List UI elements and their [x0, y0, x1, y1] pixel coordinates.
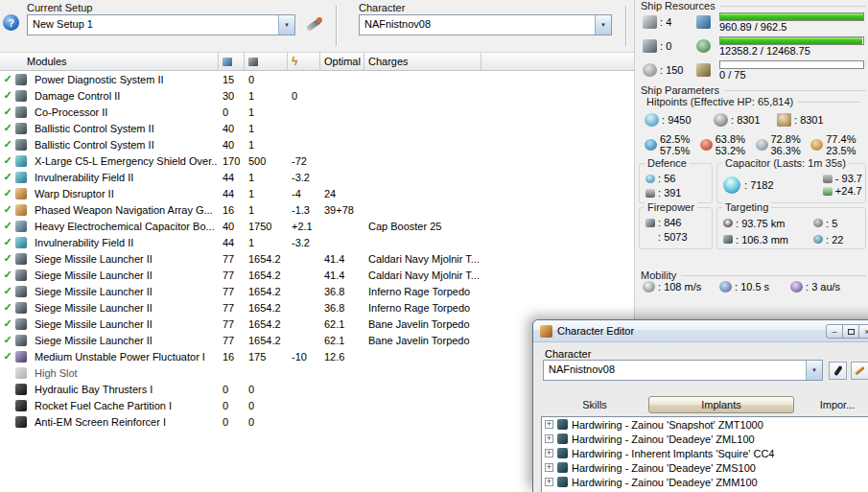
- thermal-damage-icon: [700, 139, 713, 151]
- module-cpu: 0: [218, 106, 244, 118]
- fitted-check-icon: ✓: [0, 187, 15, 199]
- implant-row[interactable]: + Hardwiring - Zainou 'Deadeye' ZMM100: [542, 475, 868, 489]
- module-cpu: 44: [218, 188, 244, 199]
- module-row[interactable]: ✓ Damage Control II 30 1 0: [0, 87, 634, 104]
- calibration-resource-row: 150 0 / 75: [643, 59, 864, 82]
- dps-icon: [645, 233, 655, 242]
- kinetic-armor-resist: 36.3%: [771, 145, 801, 156]
- kinetic-shield-resist: 72.8%: [771, 133, 801, 145]
- module-type-icon: [15, 237, 27, 248]
- module-row[interactable]: ✓ Siege Missile Launcher II 77 1654.2 36…: [0, 283, 634, 299]
- module-icon-cell: [15, 286, 29, 297]
- module-row[interactable]: ✓ Invulnerability Field II 44 1 -3.2: [0, 169, 634, 185]
- character-editor-tab[interactable]: Impor...: [794, 396, 868, 413]
- explosive-resist: 77.4%23.5%: [810, 133, 866, 156]
- character-editor-titlebar[interactable]: Character Editor: [533, 320, 868, 342]
- module-row[interactable]: ✓ Heavy Electrochemical Capacitor Bo... …: [0, 218, 634, 234]
- implant-row[interactable]: + Hardwiring - Zainou 'Deadeye' ZML100: [542, 432, 868, 446]
- module-optimal: 39+78: [319, 204, 364, 216]
- module-powergrid: 1654.2: [244, 253, 287, 265]
- syringe-button[interactable]: [829, 362, 847, 380]
- expand-plus-icon[interactable]: +: [545, 463, 553, 472]
- thermal-resist: 63.8%53.2%: [700, 133, 756, 156]
- module-cap-usage: -10: [287, 351, 319, 363]
- module-row[interactable]: ✓ Phased Weapon Navigation Array G... 16…: [0, 201, 634, 218]
- character-editor-tab[interactable]: Skills: [541, 396, 648, 413]
- module-optimal: 62.1: [319, 335, 364, 346]
- implant-name: Hardwiring - Zainou 'Deadeye' ZML100: [572, 433, 755, 445]
- em-shield-resist: 62.5%: [660, 133, 690, 145]
- module-name: Heavy Electrochemical Capacitor Bo...: [29, 221, 218, 232]
- module-row[interactable]: ✓ Siege Missile Launcher II 77 1654.2 36…: [0, 299, 634, 316]
- module-cap-usage: -3.2: [287, 172, 319, 183]
- kinetic-resist: 72.8%36.3%: [756, 133, 811, 156]
- module-row[interactable]: ✓ Co-Processor II 0 1: [0, 104, 634, 120]
- module-type-icon: [15, 318, 27, 330]
- implant-row[interactable]: + Hardwiring - Inherent Implants 'Squire…: [542, 446, 868, 460]
- sensor-strength-value: 22: [826, 234, 843, 246]
- fitted-check-icon: ✓: [0, 171, 15, 183]
- implant-row[interactable]: + Hardwiring - Zainou 'Snapshot' ZMT1000: [542, 417, 868, 432]
- powergrid-resource-row: 0 12358.2 / 12468.75: [643, 35, 864, 58]
- chevron-down-icon[interactable]: ▼: [595, 15, 611, 35]
- module-row[interactable]: ✓ Power Diagnostic System II 15 0: [0, 71, 634, 87]
- fitting-tools-button[interactable]: [302, 13, 327, 36]
- character-editor-combobox[interactable]: NAFnistnov08 ▼: [543, 360, 823, 381]
- cpu-bar-fill: [720, 13, 863, 20]
- module-row[interactable]: ✓ Siege Missile Launcher II 77 1654.2 41…: [0, 267, 634, 283]
- character-combobox[interactable]: NAFnistnov08 ▼: [359, 14, 612, 35]
- module-type-icon: [15, 367, 27, 379]
- module-row[interactable]: ✓ Invulnerability Field II 44 1 -3.2: [0, 234, 634, 250]
- shield-icon: [645, 113, 659, 127]
- module-powergrid: 1654.2: [244, 302, 287, 314]
- character-editor-tab[interactable]: Implants: [648, 396, 794, 413]
- module-powergrid: 1654.2: [244, 318, 287, 330]
- implant-chip-icon: [557, 433, 568, 444]
- maximize-button[interactable]: [842, 324, 859, 339]
- current-setup-label: Current Setup: [27, 2, 92, 13]
- edit-pen-button[interactable]: [851, 362, 868, 380]
- module-icon-cell: [15, 106, 29, 118]
- capacitor-column-header: ϟ: [287, 53, 319, 70]
- module-row[interactable]: ✓ X-Large C5-L Emergency Shield Over... …: [0, 152, 634, 169]
- chevron-down-icon[interactable]: ▼: [806, 361, 822, 380]
- chevron-down-icon[interactable]: ▼: [278, 15, 294, 35]
- setup-combobox[interactable]: New Setup 1 ▼: [27, 14, 295, 35]
- ship-parameters-title: Ship Parameters: [641, 84, 719, 96]
- module-type-icon: [15, 204, 27, 216]
- fitted-check-icon: ✓: [0, 285, 15, 297]
- character-editor-character-label: Character: [545, 348, 591, 360]
- module-row[interactable]: ✓ Ballistic Control System II 40 1: [0, 120, 634, 136]
- expand-plus-icon[interactable]: +: [545, 449, 553, 457]
- fitted-check-icon: ✓: [0, 301, 15, 314]
- module-powergrid: 175: [244, 351, 287, 363]
- minimize-button[interactable]: –: [826, 324, 843, 339]
- expand-plus-icon[interactable]: +: [545, 420, 553, 429]
- module-optimal: 62.1: [319, 318, 364, 330]
- implant-chip-icon: [557, 477, 568, 487]
- module-type-icon: [15, 400, 27, 411]
- hitpoints-row: 9450 8301 8301: [645, 109, 866, 130]
- fitted-check-icon: ✓: [0, 89, 15, 102]
- max-targets-icon: [813, 219, 823, 227]
- implant-row[interactable]: + Hardwiring - Zainou 'Deadeye' ZMS100: [542, 460, 868, 475]
- module-type-icon: [15, 172, 27, 183]
- module-type-icon: [15, 253, 27, 265]
- cap-drain-icon: [823, 175, 833, 183]
- close-button[interactable]: ×: [858, 324, 868, 339]
- armor-defence-icon: [645, 189, 655, 198]
- help-icon[interactable]: ?: [3, 14, 19, 31]
- expand-plus-icon[interactable]: +: [545, 434, 553, 443]
- hitpoints-header: Hitpoints (Effective HP: 65,814): [646, 96, 860, 107]
- expand-plus-icon[interactable]: +: [545, 478, 553, 486]
- module-cpu: 77: [218, 253, 244, 265]
- module-cpu: 44: [218, 237, 244, 248]
- module-row[interactable]: ✓ Ballistic Control System II 40 1: [0, 136, 634, 152]
- capacitor-groupbox: Capacitor (Lasts: 1m 35s) 7182 - 93.7 +2…: [716, 163, 866, 203]
- module-row[interactable]: ✓ Siege Missile Launcher II 77 1654.2 41…: [0, 250, 634, 267]
- explosive-shield-resist: 77.4%: [826, 133, 856, 145]
- character-editor-window: Character Editor – × Character NAFnistno…: [532, 319, 868, 492]
- fitted-check-icon: ✓: [0, 73, 15, 85]
- module-row[interactable]: ✓ Warp Disruptor II 44 1 -4 24: [0, 185, 634, 201]
- module-powergrid: 500: [244, 155, 287, 167]
